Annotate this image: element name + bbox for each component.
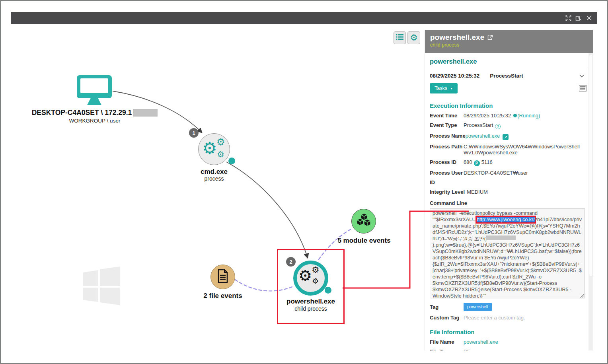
tag-badge[interactable]: powershell xyxy=(464,303,492,311)
popout-window-icon[interactable] xyxy=(575,15,582,21)
panel-title: powershell.exe xyxy=(430,33,484,42)
process-user-value: DESKTOP-C4A0SET₩user xyxy=(464,170,528,176)
gear-icon: ⚙ xyxy=(202,140,217,157)
powershell-node-sublabel: child process xyxy=(275,306,347,312)
cmd-node-label: cmd.exe xyxy=(186,168,242,176)
detail-panel-body: powershell.exe 08/29/2025 10:25:32 Proce… xyxy=(425,53,593,350)
cubes-icon xyxy=(355,213,372,230)
monitor-screen xyxy=(80,78,108,93)
command-highlighted-url: http://www.jiwooeng.co.kr/ xyxy=(477,217,535,222)
help-icon[interactable]: ? xyxy=(495,124,501,129)
row-custom-tag: Custom Tag xyxy=(430,315,587,321)
row-file-name: File Name powershell.exe xyxy=(430,339,587,345)
divider xyxy=(430,69,587,69)
host-name: DESKTOP-C4A0SET \ 172.29.1 xyxy=(32,109,132,117)
node-cmd-exe[interactable]: ⚙ ⚙ ⚙ xyxy=(198,133,230,165)
event-list-icon[interactable] xyxy=(579,85,587,91)
row-label: Process Name xyxy=(430,133,466,139)
resize-grip[interactable] xyxy=(580,294,584,298)
process-heading: powershell.exe xyxy=(430,58,587,65)
row-label: Process ID xyxy=(430,159,464,165)
execution-information-title: Execution Information xyxy=(430,102,587,109)
row-tag: Tag powershell xyxy=(430,303,587,311)
node-module-events[interactable] xyxy=(351,209,376,234)
row-label: Event Type xyxy=(430,122,464,128)
event-selector-time: 08/29/2025 10:25:32 xyxy=(430,73,479,79)
sequence-badge-1: 1 xyxy=(189,128,199,138)
gear-icon: ⚙ xyxy=(312,266,320,274)
event-type-value: ProcessStart? xyxy=(464,122,501,129)
caret-down-icon: ▼ xyxy=(450,87,453,90)
command-line-box[interactable]: powershell -executionpolicy bypass -comm… xyxy=(430,208,585,298)
host-subtitle: WORKGROUP \ user xyxy=(15,118,174,124)
row-label: Process Path xyxy=(430,144,464,150)
window-titlebar xyxy=(11,12,597,24)
detail-panel: powershell.exe child process powershell.… xyxy=(425,30,593,350)
external-link-icon[interactable] xyxy=(487,35,493,40)
list-icon xyxy=(396,34,403,42)
close-icon[interactable] xyxy=(586,15,592,21)
file-name-link[interactable]: powershell.exe xyxy=(464,339,498,345)
tasks-button-label: Tasks xyxy=(435,86,447,91)
file-type-value: PE xyxy=(464,348,470,351)
tasks-row: Tasks ▼ xyxy=(430,83,587,93)
gear-icon: ⚙ xyxy=(298,268,312,283)
node-powershell-exe[interactable]: ⚙ ⚙ ⚙ xyxy=(293,261,328,296)
row-process-name: Process Name powershell.exe↗ xyxy=(430,133,587,140)
row-file-type: File Type PE xyxy=(430,348,587,351)
event-selector[interactable]: 08/29/2025 10:25:32 ProcessStart xyxy=(430,73,587,79)
row-id: ID xyxy=(430,179,587,185)
panel-scrollbar[interactable] xyxy=(589,53,593,350)
row-label: Custom Tag xyxy=(430,315,464,321)
fullscreen-icon[interactable] xyxy=(565,15,571,21)
open-external-icon[interactable]: ↗ xyxy=(503,134,509,140)
row-label: Tag xyxy=(430,304,464,310)
row-process-path: Process Path C:₩Windows₩SysWOW64₩Windows… xyxy=(430,144,587,156)
process-name-link[interactable]: powershell.exe xyxy=(466,133,500,139)
redacted-text-box xyxy=(486,236,508,240)
running-status-dot xyxy=(513,114,517,117)
cmd-node-sublabel: process xyxy=(186,175,242,182)
gear-icon: ⚙ xyxy=(216,137,225,147)
chevron-down-icon[interactable] xyxy=(579,74,584,78)
command-line-label: Command Line xyxy=(430,200,587,206)
running-label: (Running) xyxy=(517,113,540,119)
monitor-stand xyxy=(87,98,101,105)
row-label: Integrity Level xyxy=(430,189,465,195)
node-file-events[interactable] xyxy=(210,265,235,289)
command-post: ).png';w=$true},@{s='LhUdPC3GH7z6VSupC';… xyxy=(433,242,582,298)
host-computer-icon[interactable] xyxy=(77,75,112,98)
process-id-value: 680P5116 xyxy=(464,159,493,166)
settings-button[interactable]: ⚙ xyxy=(407,31,420,44)
powershell-node-label: powershell.exe xyxy=(275,298,347,306)
module-events-label: 5 module events xyxy=(330,237,398,245)
tasks-button[interactable]: Tasks ▼ xyxy=(430,83,458,93)
scrollbar-thumb[interactable] xyxy=(589,54,593,277)
event-time-value: 08/29/2025 10:25:32(Running) xyxy=(464,113,540,119)
process-path-value: C:₩Windows₩SysWOW64₩WindowsPowerShell₩v1… xyxy=(464,144,583,156)
row-process-user: Process User DESKTOP-C4A0SET₩user xyxy=(430,170,587,176)
parent-pid-text: 680 xyxy=(464,159,472,165)
row-label: ID xyxy=(430,179,464,185)
event-time-text: 08/29/2025 10:25:32 xyxy=(464,113,511,119)
gear-icon: ⚙ xyxy=(410,33,418,42)
host-label: DESKTOP-C4A0SET \ 172.29.1 xyxy=(15,109,174,117)
redacted-text-box xyxy=(508,236,516,240)
row-event-type: Event Type ProcessStart? xyxy=(430,122,587,129)
powershell-status-dot xyxy=(325,287,331,294)
windows-logo-watermark xyxy=(83,267,120,305)
integrity-value: MEDIUM xyxy=(467,189,488,195)
event-selector-type: ProcessStart xyxy=(490,73,523,79)
cmd-status-dot xyxy=(228,158,235,164)
file-information-title: File Information xyxy=(430,329,587,335)
pid-text: 5116 xyxy=(481,159,493,165)
event-type-text: ProcessStart xyxy=(464,122,493,128)
document-icon xyxy=(217,269,229,285)
row-integrity-level: Integrity Level MEDIUM xyxy=(430,189,587,195)
process-name-value: powershell.exe↗ xyxy=(466,133,509,140)
list-view-button[interactable] xyxy=(394,31,406,44)
gear-icon: ⚙ xyxy=(217,150,224,159)
custom-tag-input[interactable] xyxy=(464,315,559,321)
row-process-id: Process ID 680P5116 xyxy=(430,159,587,166)
row-event-time: Event Time 08/29/2025 10:25:32(Running) xyxy=(430,113,587,119)
